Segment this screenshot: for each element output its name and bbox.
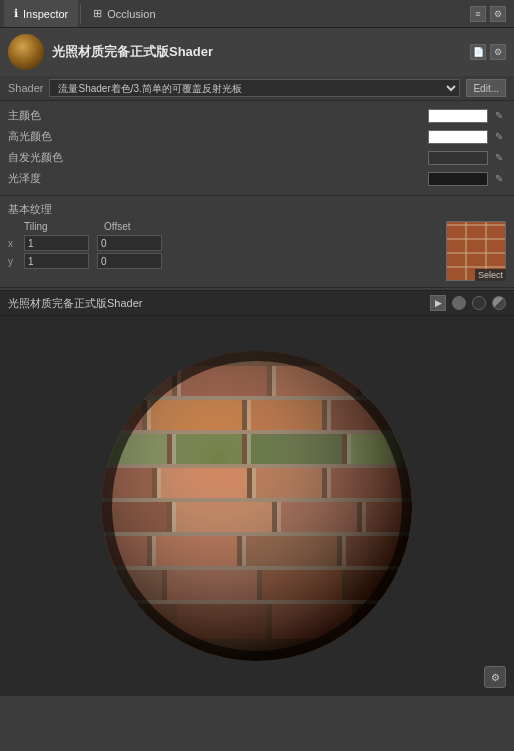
material-title: 光照材质完备正式版Shader	[52, 43, 213, 61]
menu-icon[interactable]: ≡	[470, 6, 486, 22]
material-header: 光照材质完备正式版Shader 📄 ⚙	[0, 28, 514, 76]
tab-occlusion[interactable]: ⊞ Occlusion	[83, 0, 165, 27]
prop-color-emissive[interactable]	[428, 151, 488, 165]
sphere-svg	[97, 346, 417, 666]
prop-label-main-color: 主颜色	[8, 108, 428, 123]
prop-label-specular-color: 高光颜色	[8, 129, 428, 144]
preview-play-button[interactable]: ▶	[430, 295, 446, 311]
texture-inner: Tiling Offset x y Select	[8, 221, 506, 281]
prop-row-shininess: 光泽度 ✎	[0, 168, 514, 189]
offset-x-input[interactable]	[97, 235, 162, 251]
material-gear-icon[interactable]: ⚙	[490, 44, 506, 60]
prop-edit-main[interactable]: ✎	[492, 109, 506, 123]
prop-edit-emissive[interactable]: ✎	[492, 151, 506, 165]
texture-left: Tiling Offset x y	[8, 221, 438, 281]
prop-edit-specular[interactable]: ✎	[492, 130, 506, 144]
material-page-icon[interactable]: 📄	[470, 44, 486, 60]
tab-bar: ℹ Inspector ⊞ Occlusion ≡ ⚙	[0, 0, 514, 28]
prop-color-shininess[interactable]	[428, 172, 488, 186]
shader-label: Shader	[8, 82, 43, 94]
tab-separator	[80, 4, 81, 24]
preview-bottom-icons: ⚙	[484, 666, 506, 688]
preview-dot-dark[interactable]	[472, 296, 486, 310]
settings-icon[interactable]: ⚙	[490, 6, 506, 22]
prop-color-main[interactable]	[428, 109, 488, 123]
svg-rect-43	[362, 366, 366, 396]
shader-select[interactable]: 流量Shader着色/3.简单的可覆盖反射光板	[49, 79, 460, 97]
texture-thumbnail[interactable]: Select	[446, 221, 506, 281]
texture-select-button[interactable]: Select	[475, 269, 506, 281]
y-axis-label: y	[8, 256, 24, 267]
preview-canvas: ⚙	[0, 316, 514, 696]
occlusion-tab-icon: ⊞	[93, 7, 102, 20]
inspector-tab-label: Inspector	[23, 8, 68, 20]
inspector-tab-icon: ℹ	[14, 7, 18, 20]
tiling-x-input[interactable]	[24, 235, 89, 251]
divider-1	[0, 195, 514, 196]
preview-title: 光照材质完备正式版Shader	[8, 296, 424, 311]
tiling-y-row: y	[8, 253, 438, 269]
svg-rect-5	[362, 366, 417, 396]
material-preview-icon	[8, 34, 44, 70]
shader-edit-button[interactable]: Edit...	[466, 79, 506, 97]
preview-dot-split[interactable]	[492, 296, 506, 310]
prop-label-shininess: 光泽度	[8, 171, 428, 186]
texture-section-label: 基本纹理	[8, 202, 506, 217]
tiling-y-input[interactable]	[24, 253, 89, 269]
properties-section: 主颜色 ✎ 高光颜色 ✎ 自发光颜色 ✎ 光泽度 ✎	[0, 101, 514, 193]
preview-dot-gray[interactable]	[452, 296, 466, 310]
preview-settings-icon[interactable]: ⚙	[484, 666, 506, 688]
divider-2	[0, 287, 514, 288]
prop-color-specular[interactable]	[428, 130, 488, 144]
tiling-header-label: Tiling	[24, 221, 104, 232]
shader-row: Shader 流量Shader着色/3.简单的可覆盖反射光板 Edit...	[0, 76, 514, 101]
prop-row-emissive-color: 自发光颜色 ✎	[0, 147, 514, 168]
prop-edit-shininess[interactable]: ✎	[492, 172, 506, 186]
tiling-x-row: x	[8, 235, 438, 251]
preview-bar: 光照材质完备正式版Shader ▶	[0, 290, 514, 316]
tiling-offset-header: Tiling Offset	[8, 221, 438, 232]
offset-header-label: Offset	[104, 221, 184, 232]
prop-row-specular-color: 高光颜色 ✎	[0, 126, 514, 147]
x-axis-label: x	[8, 238, 24, 249]
prop-label-emissive-color: 自发光颜色	[8, 150, 428, 165]
material-header-icons: 📄 ⚙	[470, 44, 506, 60]
occlusion-tab-label: Occlusion	[107, 8, 155, 20]
tab-inspector[interactable]: ℹ Inspector	[4, 0, 78, 27]
offset-y-input[interactable]	[97, 253, 162, 269]
texture-section: 基本纹理 Tiling Offset x y Select	[0, 198, 514, 285]
prop-row-main-color: 主颜色 ✎	[0, 105, 514, 126]
topbar-icons: ≡ ⚙	[470, 6, 510, 22]
